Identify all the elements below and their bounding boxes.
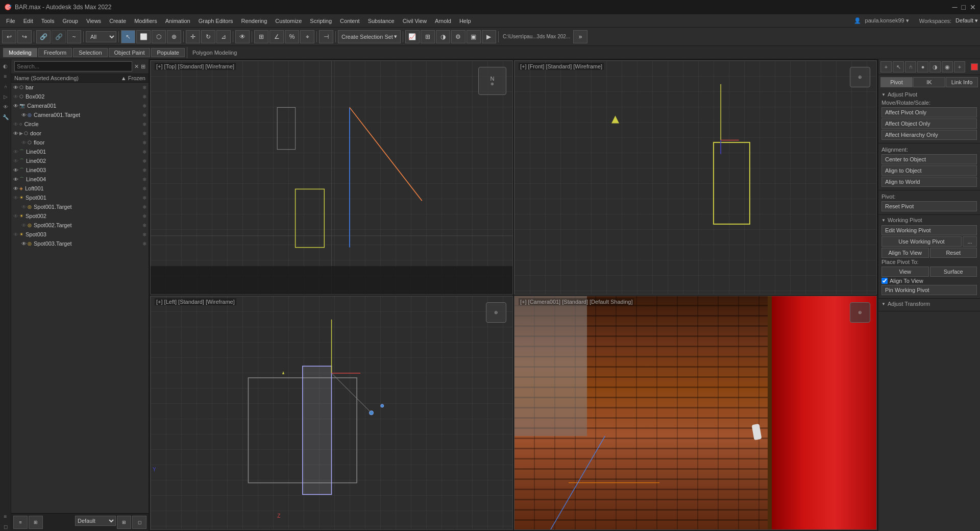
- clear-search-btn[interactable]: ✕: [134, 63, 139, 70]
- view-btn-place[interactable]: View: [881, 267, 929, 277]
- visibility-icon[interactable]: 👁: [13, 149, 18, 155]
- affect-object-only-btn[interactable]: Affect Object Only: [881, 118, 977, 129]
- reset-btn[interactable]: Reset: [930, 248, 977, 258]
- menu-rendering[interactable]: Rendering: [237, 17, 272, 25]
- visibility-icon[interactable]: 👁: [21, 204, 27, 210]
- tab-selection[interactable]: Selection: [73, 48, 107, 57]
- viewport-front[interactable]: [+] [Front] [Standard] [Wireframe] ⊕: [514, 60, 877, 295]
- viewport-camera[interactable]: [+] [Camera001] [Standard] [Default Shad…: [514, 296, 877, 530]
- rt-hierarchy-icon[interactable]: ⑃: [905, 61, 916, 73]
- visibility-icon[interactable]: 👁: [13, 94, 18, 100]
- affect-pivot-only-btn[interactable]: Affect Pivot Only: [881, 107, 977, 117]
- viewport-nav-cube[interactable]: N ⊕: [478, 67, 506, 95]
- viewport-top[interactable]: [+] [Top] [Standard] [Wireframe] N ⊕: [150, 60, 513, 295]
- align-to-view-btn[interactable]: Align To View: [881, 248, 929, 258]
- menu-edit[interactable]: Edit: [19, 17, 37, 25]
- motion-icon[interactable]: ▷: [1, 92, 10, 101]
- rotate-btn[interactable]: ↻: [201, 30, 215, 43]
- scene-explorer-btn2[interactable]: ⊞: [29, 516, 43, 529]
- list-item[interactable]: 👁 ☀ Spot003 ❄: [11, 230, 149, 239]
- list-item[interactable]: 👁 ⌒ Line001 ❄: [11, 147, 149, 156]
- visibility-icon[interactable]: 👁: [13, 195, 18, 201]
- visibility-icon[interactable]: 👁: [21, 112, 27, 118]
- visibility-icon[interactable]: 👁: [21, 140, 27, 146]
- menu-scripting[interactable]: Scripting: [306, 17, 336, 25]
- move-btn[interactable]: ✛: [186, 30, 200, 43]
- layer-dropdown[interactable]: Default: [75, 516, 116, 526]
- redo-btn[interactable]: ↪: [17, 30, 32, 43]
- list-item[interactable]: 👁 ⌒ Line004 ❄: [11, 175, 149, 184]
- visibility-icon[interactable]: 👁: [13, 186, 18, 191]
- pivot-tab-link-info[interactable]: Link Info: [946, 77, 978, 87]
- rt-sphere-icon[interactable]: ●: [917, 61, 928, 73]
- rt-plus-icon[interactable]: +: [880, 61, 892, 73]
- align-to-view-checkbox[interactable]: [881, 278, 888, 284]
- menu-help[interactable]: Help: [455, 17, 475, 25]
- viewport-left-nav[interactable]: ⊕: [486, 302, 506, 323]
- reset-pivot-btn[interactable]: Reset Pivot: [881, 201, 977, 211]
- display-icon[interactable]: 👁: [1, 102, 10, 111]
- surface-btn[interactable]: Surface: [930, 267, 977, 277]
- scale-btn[interactable]: ⊿: [216, 30, 231, 43]
- center-to-object-btn[interactable]: Center to Object: [881, 154, 977, 164]
- spinner-snap-btn[interactable]: ⌖: [300, 30, 314, 43]
- list-item[interactable]: 👁 ◎ Spot002.Target ❄: [11, 221, 149, 230]
- list-item[interactable]: 👁 ◎ Spot003.Target ❄: [11, 239, 149, 248]
- visibility-icon[interactable]: 👁: [13, 131, 18, 136]
- list-item[interactable]: 👁 ⬡ Box002 ❄: [11, 92, 149, 101]
- create-selection-set-btn[interactable]: Create Selection Set ▾: [338, 30, 401, 43]
- menu-create[interactable]: Create: [105, 17, 130, 25]
- menu-file[interactable]: File: [2, 17, 19, 25]
- list-item[interactable]: 👁 ☀ Spot001 ❄: [11, 193, 149, 202]
- pivot-tab-pivot[interactable]: Pivot: [880, 77, 913, 87]
- tab-object-paint[interactable]: Object Paint: [109, 48, 151, 57]
- visibility-icon[interactable]: 👁: [13, 213, 18, 219]
- menu-content[interactable]: Content: [336, 17, 364, 25]
- utilities-icon[interactable]: 🔧: [1, 112, 10, 122]
- rt-helper-icon[interactable]: +: [954, 61, 965, 73]
- user-name[interactable]: paula.konsek99 ▾: [865, 17, 909, 24]
- use-working-pivot-btn[interactable]: Use Working Pivot: [881, 236, 962, 247]
- list-item[interactable]: 👁 ◎ Camera001.Target ❄: [11, 110, 149, 119]
- menu-arnold[interactable]: Arnold: [431, 17, 455, 25]
- create-icon[interactable]: ◐: [1, 61, 10, 70]
- pin-working-pivot-btn[interactable]: Pin Working Pivot: [881, 285, 977, 295]
- visibility-icon[interactable]: 👁: [13, 177, 18, 182]
- filter-btn[interactable]: ⊞: [141, 63, 145, 70]
- rt-cursor-icon[interactable]: ↖: [893, 61, 904, 73]
- bind-space-warp-btn[interactable]: ~: [67, 30, 81, 43]
- align-to-object-btn[interactable]: Align to Object: [881, 165, 977, 176]
- curve-editor-btn[interactable]: 📈: [405, 30, 420, 43]
- list-item[interactable]: 👁 📷 Camera001 ❄: [11, 101, 149, 110]
- hide-icon[interactable]: ◻: [1, 522, 10, 531]
- visibility-icon[interactable]: 👁: [13, 122, 18, 127]
- undo-btn[interactable]: ↩: [2, 30, 16, 43]
- more-btn[interactable]: »: [573, 30, 587, 43]
- scene-search-input[interactable]: [14, 61, 132, 71]
- menu-animation[interactable]: Animation: [161, 17, 194, 25]
- list-item[interactable]: 👁 ⬡ bar ❄: [11, 83, 149, 92]
- align-to-world-btn[interactable]: Align to World: [881, 177, 977, 187]
- render-btn[interactable]: ▶: [482, 30, 496, 43]
- modify-icon[interactable]: ≡: [1, 71, 10, 81]
- viewport-front-nav[interactable]: ⊕: [850, 67, 870, 87]
- select-region-btn[interactable]: ⬜: [136, 30, 151, 43]
- filter-dropdown[interactable]: All: [86, 31, 116, 42]
- link-btn[interactable]: 🔗: [36, 30, 51, 43]
- close-btn[interactable]: ✕: [970, 3, 976, 11]
- edit-working-pivot-btn[interactable]: Edit Working Pivot: [881, 225, 977, 235]
- viewport-camera-nav[interactable]: ⊕: [850, 302, 870, 323]
- title-bar-controls[interactable]: ─ □ ✕: [952, 3, 976, 11]
- list-item[interactable]: 👁 ◈ Loft001 ❄: [11, 184, 149, 193]
- viewport-left[interactable]: [+] [Left] [Standard] [Wireframe] ⊕ Y Z: [150, 296, 513, 530]
- select-lasso-btn[interactable]: ⬡: [152, 30, 166, 43]
- visibility-icon[interactable]: 👁: [13, 167, 18, 173]
- workspace-value[interactable]: Default ▾: [955, 17, 978, 24]
- percent-snap-btn[interactable]: %: [285, 30, 299, 43]
- visibility-icon[interactable]: 👁: [13, 158, 18, 164]
- angle-snap-btn[interactable]: ∠: [270, 30, 284, 43]
- rt-camera2-icon[interactable]: ◉: [942, 61, 953, 73]
- affect-hierarchy-only-btn[interactable]: Affect Hierarchy Only: [881, 130, 977, 140]
- menu-customize[interactable]: Customize: [271, 17, 306, 25]
- render-setup-btn[interactable]: ⚙: [451, 30, 465, 43]
